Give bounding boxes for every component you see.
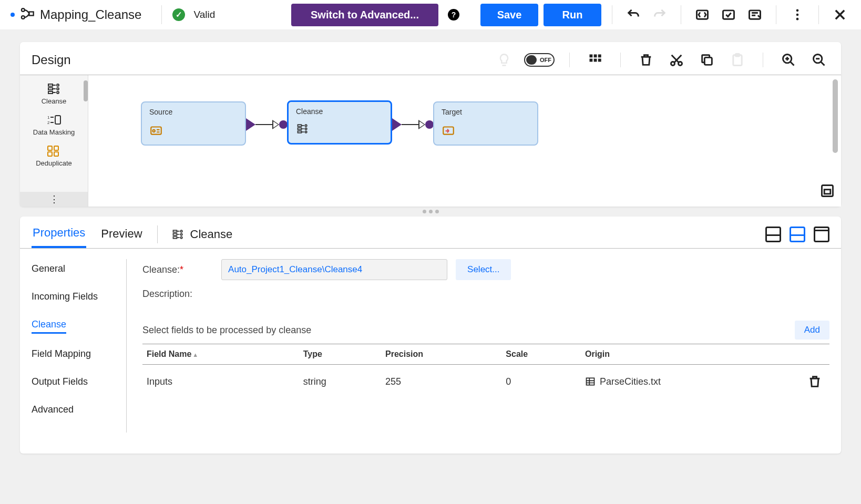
svg-rect-33 — [48, 152, 52, 156]
svg-point-15 — [671, 62, 675, 66]
node-label: Cleanse — [296, 107, 383, 116]
svg-text:1: 1 — [47, 115, 50, 120]
transformation-palette: Cleanse 12 Data Masking Deduplicate ⋮ — [20, 75, 88, 207]
cell-type: string — [299, 365, 381, 399]
tab-preview[interactable]: Preview — [100, 222, 143, 247]
sidenav-general[interactable]: General — [32, 263, 116, 276]
node-cleanse[interactable]: Cleanse — [287, 100, 392, 145]
col-field-name[interactable]: Field Name▲ — [142, 344, 299, 365]
svg-rect-48 — [173, 236, 177, 238]
svg-point-7 — [796, 14, 799, 16]
sidenav-incoming-fields[interactable]: Incoming Fields — [32, 291, 116, 304]
tab-properties[interactable]: Properties — [32, 221, 86, 248]
cell-field-name: Inputs — [142, 365, 299, 399]
layout-split-button[interactable] — [790, 227, 805, 242]
select-cleanse-button[interactable]: Select... — [456, 259, 511, 280]
palette-more-button[interactable]: ⋮ — [20, 192, 88, 207]
table-icon — [585, 376, 596, 387]
col-precision[interactable]: Precision — [381, 344, 501, 365]
separator — [776, 5, 776, 24]
svg-point-1 — [22, 16, 25, 19]
separator — [161, 5, 162, 24]
minimap-button[interactable] — [817, 180, 838, 201]
sidenav-output-fields[interactable]: Output Fields — [32, 376, 116, 389]
properties-panel: Properties Preview Cleanse General Incom… — [20, 217, 841, 454]
sidenav-field-mapping[interactable]: Field Mapping — [32, 348, 116, 362]
more-menu-button[interactable] — [787, 4, 808, 25]
design-canvas[interactable]: Source Cleanse Target — [88, 75, 841, 207]
layout-bottom-button[interactable] — [765, 227, 781, 242]
source-icon — [149, 124, 163, 139]
node-source[interactable]: Source — [141, 101, 246, 146]
design-panel: Design OFF Cleanse — [20, 42, 841, 207]
cut-button[interactable] — [666, 49, 687, 70]
col-scale[interactable]: Scale — [501, 344, 581, 365]
layout-full-button[interactable] — [814, 227, 829, 242]
svg-point-6 — [796, 9, 799, 12]
help-icon[interactable]: ? — [448, 9, 459, 20]
col-origin[interactable]: Origin — [581, 344, 800, 365]
svg-rect-38 — [298, 128, 301, 129]
svg-rect-11 — [598, 55, 601, 58]
svg-point-8 — [796, 18, 799, 20]
palette-item-cleanse[interactable]: Cleanse — [20, 78, 88, 109]
palette-item-deduplicate[interactable]: Deduplicate — [20, 140, 88, 171]
svg-text:2: 2 — [47, 120, 50, 125]
sidenav-advanced[interactable]: Advanced — [32, 404, 116, 417]
close-button[interactable] — [829, 4, 850, 25]
svg-point-27 — [57, 91, 59, 94]
description-label: Description: — [142, 289, 829, 300]
delete-row-button[interactable] — [804, 371, 825, 392]
node-label: Target — [442, 108, 530, 116]
parameters-button[interactable] — [692, 4, 713, 25]
preview-toggle[interactable]: OFF — [524, 53, 555, 67]
switch-advanced-button[interactable]: Switch to Advanced... — [291, 4, 438, 26]
properties-sidenav: General Incoming Fields Cleanse Field Ma… — [32, 259, 116, 433]
svg-rect-22 — [48, 84, 53, 86]
mapping-icon — [20, 6, 35, 23]
cell-precision: 255 — [381, 365, 501, 399]
save-button[interactable]: Save — [480, 4, 538, 26]
svg-rect-2 — [29, 12, 34, 16]
connector — [392, 118, 434, 131]
arrange-button[interactable] — [585, 49, 606, 70]
palette-label: Data Masking — [33, 128, 75, 136]
svg-rect-9 — [590, 55, 593, 58]
target-icon — [442, 124, 455, 139]
zoom-out-button[interactable] — [808, 49, 829, 70]
copy-button[interactable] — [696, 49, 718, 70]
svg-point-25 — [57, 84, 59, 86]
svg-rect-37 — [298, 125, 301, 126]
sidenav-cleanse[interactable]: Cleanse — [32, 319, 66, 334]
sql-button[interactable] — [744, 4, 765, 25]
hint-icon — [494, 49, 515, 70]
page-title: Mapping_Cleanse — [40, 7, 151, 22]
connector — [246, 118, 288, 131]
table-row[interactable]: Inputs string 255 0 ParseCities.txt — [142, 365, 829, 399]
palette-scrollbar[interactable] — [84, 80, 88, 101]
run-button[interactable]: Run — [544, 4, 601, 26]
canvas-scrollbar[interactable] — [833, 79, 838, 153]
undo-button[interactable] — [623, 4, 644, 25]
separator — [818, 5, 819, 24]
delete-button[interactable] — [636, 49, 657, 70]
svg-rect-47 — [173, 233, 177, 235]
palette-item-data-masking[interactable]: 12 Data Masking — [20, 109, 88, 140]
svg-point-16 — [679, 62, 682, 66]
zoom-in-button[interactable] — [778, 49, 799, 70]
svg-point-51 — [180, 236, 182, 238]
unsaved-indicator — [11, 13, 15, 17]
validate-button[interactable] — [718, 4, 739, 25]
svg-rect-13 — [594, 59, 597, 62]
context-label: Cleanse — [190, 228, 233, 241]
node-target[interactable]: Target — [433, 101, 538, 146]
col-type[interactable]: Type — [299, 344, 381, 365]
cell-origin: ParseCities.txt — [581, 365, 800, 399]
panel-resize-handle[interactable] — [20, 207, 841, 217]
cleanse-asset-input[interactable]: Auto_Project1_Cleanse\Cleanse4 — [221, 259, 447, 280]
svg-rect-34 — [54, 152, 58, 156]
design-title: Design — [32, 53, 71, 67]
svg-point-0 — [22, 8, 25, 12]
svg-point-42 — [305, 131, 306, 132]
add-field-button[interactable]: Add — [795, 321, 829, 340]
